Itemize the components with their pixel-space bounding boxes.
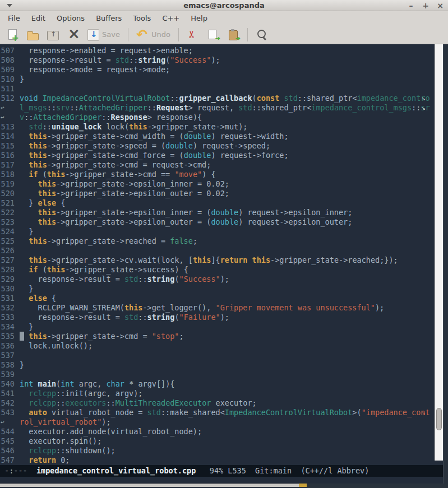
modeline-git-branch[interactable]: Git:main [255,466,292,475]
code-row[interactable]: 513 std::unique_lock lock(this->gripper_… [0,122,435,132]
line-continuation-icon: ↘ [422,408,426,417]
code-row[interactable]: ↩v::AttachedGripper::Response> response)… [0,113,435,122]
code-row[interactable]: 534 } [0,322,435,332]
menu-tools[interactable]: Tools [127,12,156,24]
code-token: ( [38,170,47,179]
modeline-major-mode[interactable]: (C++//l Abbrev) [301,466,369,475]
code-row[interactable]: 510} [0,75,435,84]
code-row[interactable]: 525 this->gripper_state->reached = false… [0,236,435,246]
code-row[interactable]: 521 } else { [0,198,435,208]
code-buffer[interactable]: 507 response->enabled = request->enable;… [0,46,435,465]
frame-resize-grip[interactable] [299,484,307,487]
code-row[interactable]: 526 [0,246,435,255]
search-button[interactable] [253,27,271,43]
code-row[interactable]: 515 this->gripper_state->speed = (double… [0,141,435,151]
modeline-filename[interactable]: impedance_control_virtual_robot.cpp [36,466,196,475]
line-number: 513 [0,122,15,132]
open-file-button[interactable] [24,27,41,43]
cut-button[interactable] [184,27,202,43]
editor-area[interactable]: 507 response->enabled = request->enable;… [0,44,448,488]
code-row[interactable]: 527 this->gripper_state->cv.wait(lock, [… [0,255,435,265]
code-row[interactable]: 539 [0,370,435,379]
menu-options[interactable]: Options [51,12,90,24]
code-row[interactable]: 524 } [0,227,435,236]
undo-button[interactable]: Undo [133,27,173,43]
code-token: "move" [174,170,202,179]
close-x-icon [67,29,79,41]
code-row[interactable]: 516 this->gripper_state->cmd_force = (do… [0,151,435,160]
save-button[interactable]: Save [84,27,123,43]
code-token: MultiThreadedExecutor [116,398,211,407]
maximize-button[interactable]: + [421,1,430,11]
scrollbar-thumb[interactable] [436,408,442,430]
code-token: ) request->epsilon_inner; [238,208,352,217]
code-row[interactable]: 518 if (this->gripper_state->cmd == "mov… [0,170,435,179]
new-file-button[interactable] [3,27,21,43]
code-row[interactable]: 530 } [0,284,435,294]
code-row[interactable]: 528 if (this->gripper_state->success) { [0,265,435,275]
code-token: ->gripper_state->cmd_force = ( [47,151,184,160]
menu-cpp[interactable]: C++ [156,12,185,24]
code-row[interactable]: ↩rol_virtual_robot"); [0,417,435,427]
code-row[interactable]: 546 rclcpp::shutdown(); [0,446,435,456]
code-row[interactable]: 547 return 0; [0,456,435,465]
code-row[interactable]: 533 response->result = std::string("Fail… [0,313,435,322]
code-row[interactable]: 538} [0,360,435,370]
code-token: this [29,151,47,160]
code-row[interactable]: 514 this->gripper_state->cmd_width = (do… [0,132,435,141]
menu-buffers[interactable]: Buffers [90,12,127,24]
code-row[interactable]: 520 this->gripper_state->epsilon_outer =… [0,189,435,198]
code-row[interactable]: 540int main(int argc, char * argv[]){ [0,379,435,389]
paste-button[interactable] [224,27,242,43]
undo-icon [136,29,149,41]
code-row[interactable]: 544 executor.add_node(virtual_robot_node… [0,427,435,436]
code-row[interactable]: 508 response->result = std::string("Succ… [0,55,435,65]
code-token: :: [106,398,115,407]
code-row[interactable]: 536 lock.unlock(); [0,341,435,351]
code-token: ->gripper_state->epsilon_inner = 0.02; [56,179,229,188]
copy-button[interactable] [204,27,222,43]
code-token: ::shared_ptr< [252,103,312,112]
code-row[interactable]: 535 this->gripper_state->cmd = "stop"; [0,332,435,341]
code-token: this [47,170,66,179]
menu-help[interactable]: Help [185,12,213,24]
code-row[interactable]: 522 this->gripper_state->epsilon_inner =… [0,208,435,217]
code-row[interactable]: 511 [0,84,435,94]
code-token: Request [156,103,188,112]
code-row[interactable]: 545 executor.spin(); [0,436,435,446]
frame-bottom-edge [0,484,448,488]
code-token: response->enabled = request->enable; [20,46,193,55]
code-row[interactable]: 531 else { [0,294,435,303]
code-row[interactable]: 542 rclcpp::executors::MultiThreadedExec… [0,398,435,408]
code-row[interactable]: 509 response->mode = request->mode; [0,65,435,75]
code-row[interactable]: 512void ImpedanceControlVirtualRobot::gr… [0,94,435,103]
minimize-button[interactable]: – [407,1,415,11]
code-row[interactable]: 523 this->gripper_state->epsilon_outer =… [0,217,435,227]
echo-area[interactable] [0,477,443,484]
code-token: ); [101,417,110,426]
code-row[interactable]: ↩l_msgs::srv::AttachedGripper::Request> … [0,103,435,113]
code-token: } [20,198,38,207]
code-row[interactable]: 541 rclcpp::init(argc, argv); [0,389,435,398]
titlebar[interactable]: emacs@arcospanda – + × [0,0,448,11]
code-row[interactable]: 507 response->enabled = request->enable; [0,46,435,55]
menu-file[interactable]: File [2,12,26,24]
close-buffer-button[interactable] [64,27,82,43]
code-token: ->gripper_state->cmd_width = ( [47,132,184,141]
code-token: this [29,332,47,341]
code-row[interactable]: 532 RCLCPP_WARN_STREAM(this->get_logger(… [0,303,435,313]
code-row[interactable]: 517 this->gripper_state->cmd = request->… [0,160,435,170]
code-row[interactable]: 529 response->result = std::string("Succ… [0,275,435,284]
vertical-scrollbar[interactable] [435,44,443,461]
code-row[interactable]: 537 [0,351,435,360]
line-number: 546 [0,446,15,456]
code-token [247,255,252,264]
open-directory-button[interactable] [44,27,62,43]
code-row[interactable]: 519 this->gripper_state->epsilon_inner =… [0,179,435,189]
menu-edit[interactable]: Edit [26,12,51,24]
code-token [20,141,29,150]
code-token: this [29,236,47,245]
close-button[interactable]: × [436,1,445,11]
code-token: std [124,313,138,322]
code-row[interactable]: 543 auto virtual_robot_node = std::make_… [0,408,435,417]
